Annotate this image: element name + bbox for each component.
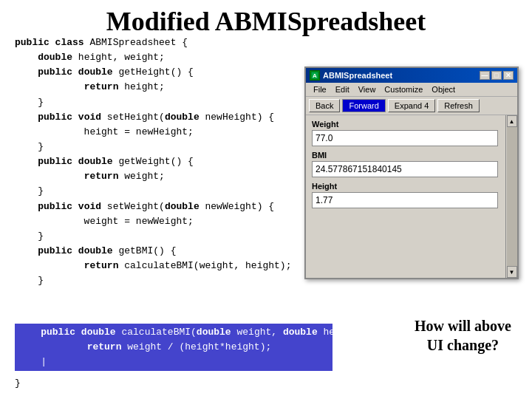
- code-line: public void setWeight(double newWeight) …: [15, 200, 332, 214]
- height-input[interactable]: [312, 192, 498, 208]
- window-menubar: File Edit View Customize Object: [306, 83, 517, 97]
- code-line: public void setHeight(double newHeight) …: [15, 110, 332, 125]
- highlight-line: public double calculateBMI(double weight…: [18, 325, 330, 340]
- weight-label: Weight: [312, 120, 498, 129]
- code-line: }: [15, 273, 332, 288]
- bmi-input[interactable]: [312, 161, 498, 177]
- code-line: }: [15, 184, 332, 199]
- window-toolbar: Back Forward Expand 4 Refresh: [306, 97, 517, 115]
- code-line: height = newHeight;: [15, 125, 332, 140]
- weight-field-group: Weight: [312, 120, 511, 146]
- height-label: Height: [312, 182, 498, 191]
- menu-object[interactable]: Object: [427, 84, 460, 95]
- code-line: return weight;: [15, 169, 332, 184]
- scroll-down-arrow[interactable]: ▼: [507, 266, 517, 278]
- titlebar-left: A ABMISpreadsheet: [310, 70, 392, 81]
- weight-input[interactable]: [312, 130, 498, 146]
- code-line: public double getBMI() {: [15, 244, 332, 259]
- code-line: public class ABMISpreadsheet {: [15, 35, 332, 50]
- code-line: double height, weight;: [15, 50, 332, 65]
- window-title: ABMISpreadsheet: [323, 71, 392, 80]
- menu-view[interactable]: View: [354, 84, 381, 95]
- bmi-field-group: BMI: [312, 151, 511, 177]
- expand-button[interactable]: Expand 4: [388, 99, 435, 112]
- menu-customize[interactable]: Customize: [380, 84, 427, 95]
- close-button[interactable]: ✕: [503, 71, 514, 80]
- code-line: public double getHeight() {: [15, 65, 332, 80]
- highlight-line: return weight / (height*height);: [18, 340, 330, 355]
- window-controls[interactable]: — □ ✕: [480, 71, 514, 80]
- scrollbar[interactable]: ▲ ▼: [505, 115, 517, 278]
- minimize-button[interactable]: —: [480, 71, 490, 80]
- svg-text:A: A: [313, 72, 317, 79]
- code-area: public class ABMISpreadsheet { double he…: [15, 35, 332, 288]
- code-line: }: [15, 229, 332, 244]
- code-line: public double getWeight() {: [15, 154, 332, 169]
- closing-brace: }: [15, 378, 21, 389]
- scroll-track[interactable]: [507, 127, 517, 266]
- back-button[interactable]: Back: [309, 99, 340, 112]
- scroll-up-arrow[interactable]: ▲: [507, 115, 517, 127]
- menu-edit[interactable]: Edit: [331, 84, 354, 95]
- maximize-button[interactable]: □: [491, 71, 502, 80]
- page-title: Modified ABMISpreadsheet: [0, 0, 532, 40]
- how-will-text: How will above UI change?: [415, 316, 511, 355]
- code-line: weight = newWeight;: [15, 214, 332, 229]
- code-line: }: [15, 95, 332, 110]
- menu-file[interactable]: File: [309, 84, 331, 95]
- highlight-code-block: public double calculateBMI(double weight…: [15, 324, 332, 371]
- abmi-spreadsheet-window: A ABMISpreadsheet — □ ✕ File Edit View C…: [304, 66, 519, 279]
- height-field-group: Height: [312, 182, 511, 208]
- forward-button[interactable]: Forward: [342, 99, 385, 112]
- refresh-button[interactable]: Refresh: [437, 99, 480, 112]
- code-line: return height;: [15, 80, 332, 95]
- window-icon: A: [310, 70, 320, 81]
- highlight-line: |: [18, 355, 330, 369]
- window-content: Weight BMI Height ▲ ▼: [306, 115, 517, 278]
- code-line: }: [15, 140, 332, 154]
- code-line: return calculateBMI(weight, height);: [15, 259, 332, 273]
- window-titlebar: A ABMISpreadsheet — □ ✕: [306, 68, 517, 83]
- bmi-label: BMI: [312, 151, 498, 160]
